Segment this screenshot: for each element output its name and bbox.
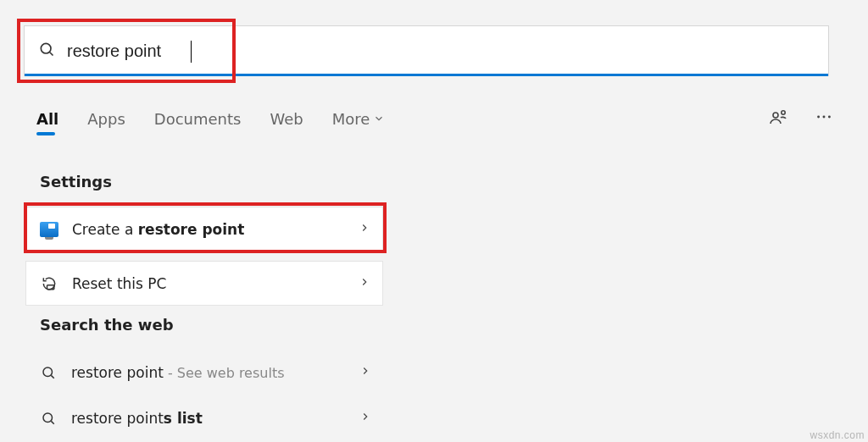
tab-label: Web xyxy=(270,110,303,128)
svg-point-3 xyxy=(782,111,785,114)
tab-more[interactable]: More xyxy=(332,110,386,128)
search-icon xyxy=(38,41,55,61)
svg-line-9 xyxy=(51,375,53,378)
svg-point-10 xyxy=(43,413,53,423)
search-input[interactable] xyxy=(55,41,815,61)
svg-point-6 xyxy=(828,116,831,119)
result-reset-this-pc[interactable]: Reset this PC xyxy=(25,261,383,306)
result-create-restore-point[interactable]: Create a restore point xyxy=(25,207,383,251)
tab-label: Documents xyxy=(154,110,242,128)
result-web-restore-point[interactable]: restore point - See web results xyxy=(25,350,383,395)
more-icon[interactable] xyxy=(815,108,833,130)
chevron-right-icon xyxy=(359,410,371,426)
tab-documents[interactable]: Documents xyxy=(154,110,242,128)
chevron-down-icon xyxy=(373,110,385,128)
tab-label: Apps xyxy=(87,110,125,128)
result-label: Create a restore point xyxy=(72,221,244,238)
svg-point-8 xyxy=(43,367,53,377)
chevron-right-icon xyxy=(359,221,370,237)
tab-apps[interactable]: Apps xyxy=(87,110,125,128)
reset-icon xyxy=(38,275,60,292)
search-bar[interactable] xyxy=(24,25,829,76)
chevron-right-icon xyxy=(359,364,371,380)
tab-underline xyxy=(36,132,55,135)
search-icon xyxy=(37,365,59,380)
svg-point-0 xyxy=(41,43,51,53)
tab-label: More xyxy=(332,110,370,128)
chevron-right-icon xyxy=(359,275,370,291)
svg-point-4 xyxy=(817,116,820,119)
tabs-row: All Apps Documents Web More xyxy=(36,107,833,130)
people-icon[interactable] xyxy=(769,107,789,130)
svg-line-11 xyxy=(51,421,53,423)
svg-point-5 xyxy=(823,116,826,119)
svg-point-2 xyxy=(773,113,778,118)
tab-web[interactable]: Web xyxy=(270,110,303,128)
search-icon xyxy=(37,411,59,426)
search-underline xyxy=(25,74,828,76)
watermark: wsxdn.com xyxy=(810,429,865,441)
result-label: restore point - See web results xyxy=(71,364,285,381)
result-label: Reset this PC xyxy=(72,275,166,292)
svg-line-1 xyxy=(50,52,53,56)
monitor-icon xyxy=(38,222,60,237)
result-label: restore points list xyxy=(71,410,203,427)
section-heading-web: Search the web xyxy=(40,316,174,334)
section-heading-settings: Settings xyxy=(40,173,112,191)
tab-label: All xyxy=(36,110,58,128)
tab-all[interactable]: All xyxy=(36,110,58,128)
result-web-restore-points-list[interactable]: restore points list xyxy=(25,395,383,440)
text-caret xyxy=(191,41,192,63)
